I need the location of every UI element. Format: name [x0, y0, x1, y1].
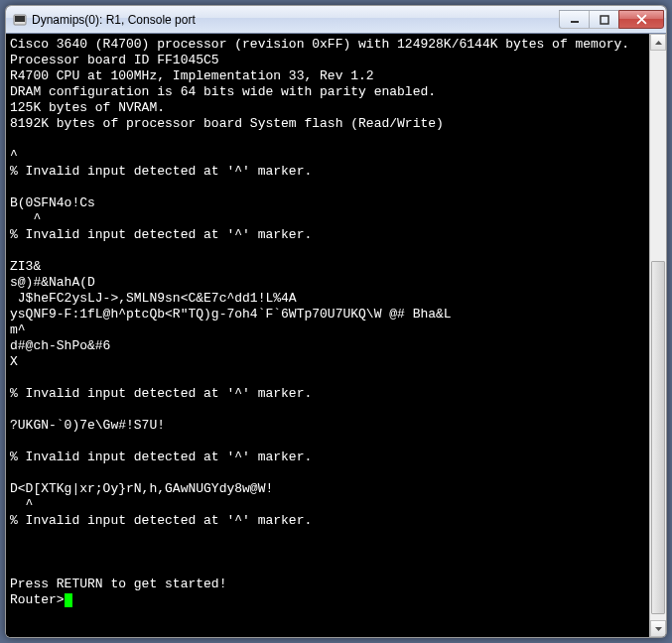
- close-button[interactable]: [618, 10, 664, 29]
- svg-rect-1: [15, 16, 25, 22]
- scroll-down-button[interactable]: [650, 620, 666, 637]
- window-controls: [559, 10, 664, 29]
- console-text: Cisco 3640 (R4700) processor (revision 0…: [10, 37, 649, 592]
- svg-rect-3: [601, 16, 608, 24]
- titlebar[interactable]: Dynamips(0): R1, Console port: [6, 6, 666, 34]
- minimize-button[interactable]: [559, 10, 589, 29]
- console-area: Cisco 3640 (R4700) processor (revision 0…: [6, 34, 666, 637]
- terminal-window: Dynamips(0): R1, Console port Cisco 3640…: [5, 5, 667, 638]
- window-title: Dynamips(0): R1, Console port: [32, 13, 559, 27]
- cursor: [65, 593, 72, 607]
- svg-rect-2: [571, 21, 579, 23]
- prompt-text: Router>: [10, 592, 65, 608]
- prompt-line[interactable]: Router>: [10, 592, 649, 608]
- scroll-up-button[interactable]: [650, 34, 666, 51]
- scroll-track[interactable]: [650, 51, 666, 620]
- maximize-button[interactable]: [589, 10, 618, 29]
- app-icon: [12, 12, 28, 28]
- vertical-scrollbar[interactable]: [649, 34, 666, 637]
- scroll-thumb[interactable]: [651, 261, 665, 614]
- console-output[interactable]: Cisco 3640 (R4700) processor (revision 0…: [6, 34, 649, 637]
